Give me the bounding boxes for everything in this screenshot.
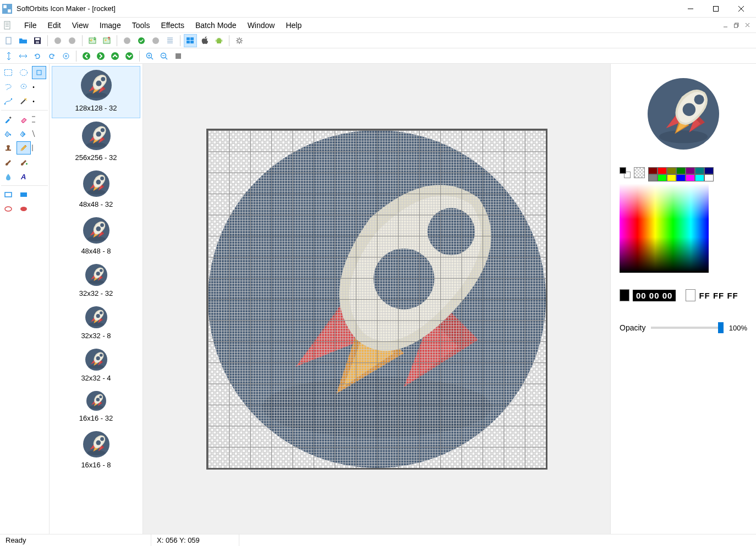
- flip-vertical-button[interactable]: [2, 49, 15, 63]
- export-image-button[interactable]: [100, 34, 113, 47]
- color-palette[interactable]: [648, 167, 723, 181]
- clone-brush-tool[interactable]: [17, 156, 31, 169]
- ellipse-select-tool[interactable]: [17, 66, 31, 79]
- rect-outline-tool[interactable]: [1, 188, 15, 201]
- svg-rect-11: [6, 37, 11, 44]
- close-button[interactable]: [728, 1, 754, 16]
- palette-color[interactable]: [648, 174, 658, 181]
- size-label: 128x128 - 32: [52, 104, 140, 112]
- size-label: 32x32 - 8: [52, 332, 140, 340]
- menu-file[interactable]: File: [19, 19, 42, 32]
- size-item[interactable]: 256x256 - 32: [52, 118, 140, 167]
- palette-color[interactable]: [686, 174, 695, 181]
- nav-right-button[interactable]: [94, 49, 107, 63]
- magic-select-tool[interactable]: [17, 80, 31, 93]
- maximize-button[interactable]: [703, 1, 728, 16]
- mdi-restore-button[interactable]: [732, 20, 742, 30]
- size-item[interactable]: 128x128 - 32: [52, 66, 140, 118]
- ellipse-fill-tool[interactable]: [17, 202, 31, 216]
- move-tool[interactable]: [32, 66, 46, 79]
- color-map[interactable]: [620, 184, 709, 273]
- menu-help[interactable]: Help: [280, 19, 307, 32]
- menu-tools[interactable]: Tools: [127, 19, 156, 32]
- svg-rect-5: [3, 5, 7, 8]
- ellipse-outline-tool[interactable]: [1, 202, 15, 216]
- rotate-right-button[interactable]: [45, 49, 58, 63]
- import-image-button[interactable]: [86, 34, 99, 47]
- apple-platform-button[interactable]: [198, 34, 211, 47]
- palette-color[interactable]: [648, 167, 658, 174]
- flip-horizontal-button[interactable]: [17, 49, 30, 63]
- text-tool[interactable]: A: [17, 170, 31, 183]
- zoom-in-button[interactable]: [143, 49, 156, 63]
- palette-color[interactable]: [667, 167, 676, 174]
- brush-tool[interactable]: [1, 156, 15, 169]
- pixel-canvas[interactable]: [208, 130, 546, 468]
- open-button[interactable]: [17, 34, 30, 47]
- size-item[interactable]: 32x32 - 4: [52, 345, 140, 388]
- menu-window[interactable]: Window: [242, 19, 281, 32]
- android-platform-button[interactable]: [212, 34, 226, 47]
- bg-swatch[interactable]: [686, 289, 695, 301]
- svg-rect-41: [176, 53, 181, 59]
- pencil-tool[interactable]: [17, 141, 31, 155]
- fg-swatch[interactable]: [620, 289, 629, 301]
- palette-color[interactable]: [695, 167, 704, 174]
- transparent-swatch[interactable]: [634, 167, 645, 178]
- size-item[interactable]: 32x32 - 32: [52, 261, 140, 303]
- sizes-scroll[interactable]: 128x128 - 32256x256 - 3248x48 - 3248x48 …: [50, 64, 143, 534]
- size-item[interactable]: 16x16 - 32: [52, 388, 140, 428]
- rect-select-tool[interactable]: [1, 66, 15, 79]
- new-button[interactable]: [2, 34, 15, 47]
- disabled-circle-4: [149, 34, 162, 47]
- palette-color[interactable]: [676, 174, 686, 181]
- gradient-tool[interactable]: [17, 127, 31, 140]
- zoom-out-button[interactable]: [157, 49, 171, 63]
- menu-view[interactable]: View: [67, 19, 94, 32]
- eyedropper-tool[interactable]: [1, 113, 15, 126]
- svg-point-15: [54, 37, 61, 44]
- color-swatch-pair[interactable]: [620, 167, 631, 178]
- color-square-button[interactable]: [172, 49, 185, 63]
- window-title: SoftOrbits Icon Maker - [rocket]: [17, 4, 678, 13]
- svg-rect-49: [9, 117, 12, 119]
- list-button[interactable]: [163, 34, 177, 47]
- nav-down-button[interactable]: [123, 49, 136, 63]
- wand-tool[interactable]: [17, 95, 31, 108]
- stamp-tool[interactable]: [1, 141, 15, 155]
- palette-color[interactable]: [658, 167, 667, 174]
- fill-tool[interactable]: [1, 127, 15, 140]
- menu-effects[interactable]: Effects: [155, 19, 190, 32]
- rect-fill-tool[interactable]: [17, 188, 31, 201]
- blur-tool[interactable]: [1, 170, 15, 183]
- save-button[interactable]: [31, 34, 44, 47]
- palette-color[interactable]: [686, 167, 695, 174]
- palette-color[interactable]: [704, 174, 714, 181]
- minimize-button[interactable]: [678, 1, 703, 16]
- menu-image[interactable]: Image: [94, 19, 127, 32]
- size-item[interactable]: 32x32 - 8: [52, 303, 140, 345]
- eraser-tool[interactable]: [17, 113, 31, 126]
- palette-color[interactable]: [676, 167, 686, 174]
- menu-edit[interactable]: Edit: [42, 19, 67, 32]
- nav-up-button[interactable]: [108, 49, 122, 63]
- palette-color[interactable]: [695, 174, 704, 181]
- palette-color[interactable]: [658, 174, 667, 181]
- palette-color[interactable]: [667, 174, 676, 181]
- rotate-left-button[interactable]: [31, 49, 44, 63]
- clear-transform-button[interactable]: [59, 49, 73, 63]
- size-item[interactable]: 48x48 - 32: [52, 167, 140, 214]
- opacity-slider[interactable]: [651, 327, 723, 329]
- windows-platform-button[interactable]: [184, 34, 197, 47]
- settings-button[interactable]: [233, 34, 246, 47]
- size-item[interactable]: 16x16 - 8: [52, 428, 140, 475]
- lasso-tool[interactable]: [1, 80, 15, 93]
- path-tool[interactable]: [1, 95, 15, 108]
- ok-circle-button[interactable]: [135, 34, 148, 47]
- mdi-minimize-button[interactable]: [721, 20, 731, 30]
- mdi-close-button[interactable]: [743, 20, 753, 30]
- menu-batch-mode[interactable]: Batch Mode: [190, 19, 242, 32]
- size-item[interactable]: 48x48 - 8: [52, 214, 140, 261]
- nav-left-button[interactable]: [80, 49, 93, 63]
- palette-color[interactable]: [704, 167, 714, 174]
